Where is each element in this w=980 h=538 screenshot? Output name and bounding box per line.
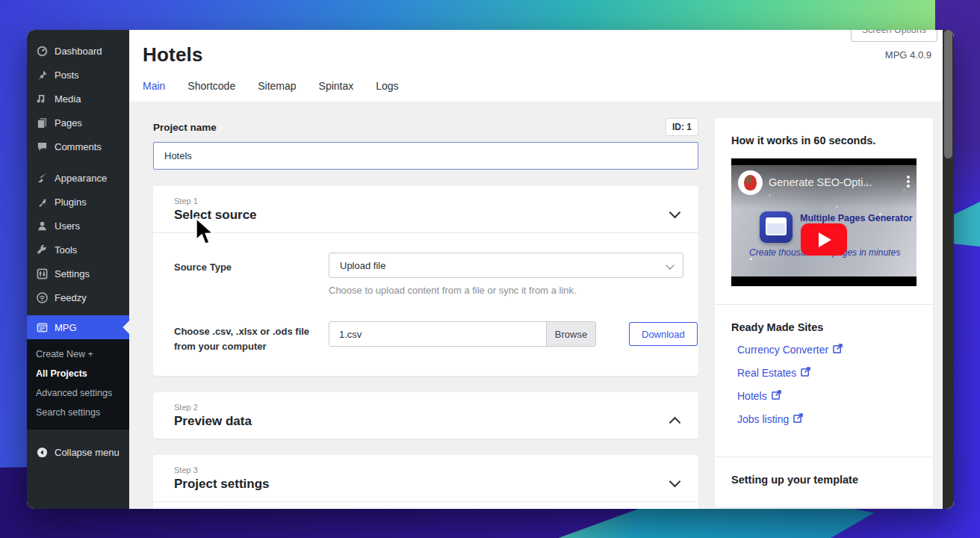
step1-card: Step 1 Select source Source Type Upload … xyxy=(153,186,698,376)
download-button[interactable]: Download xyxy=(629,322,698,346)
chevron-down-icon xyxy=(667,262,674,269)
sidebar-item-comments[interactable]: Comments xyxy=(27,134,129,158)
link-label: Real Estates xyxy=(737,367,796,379)
chevron-up-icon xyxy=(671,415,679,423)
channel-avatar xyxy=(738,170,763,195)
project-id-badge: ID: 1 xyxy=(666,118,698,136)
sidebar-item-tools[interactable]: Tools xyxy=(27,238,129,262)
sidebar-item-media[interactable]: Media xyxy=(27,87,129,111)
sidebar-item-appearance[interactable]: Appearance xyxy=(27,166,129,190)
plugin-version: MPG 4.0.9 xyxy=(885,49,931,61)
plugin-icon xyxy=(36,196,48,208)
file-name-input[interactable] xyxy=(329,322,546,346)
sidebar-item-label: Comments xyxy=(55,141,102,152)
ready-made-sites-heading: Ready Made Sites xyxy=(731,321,917,333)
tab-spintax[interactable]: Spintax xyxy=(319,80,354,92)
feedzy-icon xyxy=(36,291,48,303)
link-currency-converter[interactable]: Currency Converter xyxy=(731,344,917,356)
external-link-icon xyxy=(772,390,781,402)
browser-window: Dashboard Posts Media Pages Comments App… xyxy=(27,30,954,509)
step1-title: Select source xyxy=(174,208,679,223)
sidebar-item-label: Users xyxy=(55,220,80,232)
page-scrollbar[interactable] xyxy=(943,30,954,509)
appearance-icon xyxy=(36,172,48,184)
youtube-play-button[interactable] xyxy=(801,223,847,256)
link-jobs-listing[interactable]: Jobs listing xyxy=(731,413,917,425)
sidebar-item-label: Settings xyxy=(55,268,90,279)
sidebar-item-label: Plugins xyxy=(55,197,87,208)
dashboard-icon xyxy=(36,45,48,57)
wp-admin-sidebar: Dashboard Posts Media Pages Comments App… xyxy=(27,30,129,509)
sidebar-item-label: Posts xyxy=(55,69,79,81)
submenu-search-settings[interactable]: Search settings xyxy=(27,403,129,422)
mpg-app-icon xyxy=(760,211,793,243)
step2-card: Step 2 Preview data xyxy=(153,392,698,439)
sidebar-item-plugins[interactable]: Plugins xyxy=(27,190,129,214)
tab-sitemap[interactable]: Sitemap xyxy=(258,80,296,92)
step1-header[interactable]: Step 1 Select source xyxy=(153,186,698,232)
step3-card: Step 3 Project settings xyxy=(153,455,698,509)
screen-options-button[interactable]: Screen Options xyxy=(851,30,937,42)
sidebar-item-settings[interactable]: Settings xyxy=(27,262,129,285)
template-setup-heading: Setting up your template xyxy=(731,474,917,486)
how-it-works-video[interactable]: Multiple Pages Generator Create thousand… xyxy=(731,158,917,286)
sidebar-item-dashboard[interactable]: Dashboard xyxy=(27,39,129,63)
collapse-arrow-icon xyxy=(36,446,48,458)
scrollbar-thumb[interactable] xyxy=(944,30,952,158)
sidebar-item-label: Media xyxy=(55,93,81,105)
video-title: Generate SEO-Opti... xyxy=(769,176,872,188)
kebab-menu-icon[interactable] xyxy=(907,176,910,179)
source-type-help: Choose to upload content from a file or … xyxy=(329,285,683,296)
video-thumbnail: Multiple Pages Generator Create thousand… xyxy=(731,165,917,276)
source-type-label: Source Type xyxy=(174,253,329,296)
step3-header[interactable]: Step 3 Project settings xyxy=(153,455,698,501)
step1-eyebrow: Step 1 xyxy=(174,197,679,205)
users-icon xyxy=(36,220,48,232)
external-link-icon xyxy=(801,367,810,379)
browse-button[interactable]: Browse xyxy=(546,322,595,346)
sidebar-item-pages[interactable]: Pages xyxy=(27,111,129,134)
video-heading: How it works in 60 seconds. xyxy=(731,134,917,146)
sidebar-item-label: Pages xyxy=(55,117,82,129)
video-brand-text: Multiple Pages Generator xyxy=(800,213,913,223)
sidebar-item-posts[interactable]: Posts xyxy=(27,63,129,87)
tab-shortcode[interactable]: Shortcode xyxy=(187,80,235,92)
sidebar-item-mpg[interactable]: MPG xyxy=(27,315,129,339)
tools-icon xyxy=(36,244,48,256)
source-type-value: Upload file xyxy=(340,260,385,271)
chevron-down-icon xyxy=(671,208,679,217)
comments-icon xyxy=(36,140,48,152)
main-column: Project name ID: 1 Step 1 Select source … xyxy=(153,118,698,509)
step3-title: Project settings xyxy=(174,477,679,492)
aside-column: How it works in 60 seconds. Multiple Pag… xyxy=(715,118,933,509)
sidebar-item-label: Feedzy xyxy=(55,292,87,303)
project-name-input[interactable] xyxy=(153,142,698,170)
link-real-estates[interactable]: Real Estates xyxy=(731,367,917,379)
step2-header[interactable]: Step 2 Preview data xyxy=(153,392,698,439)
sidebar-item-feedzy[interactable]: Feedzy xyxy=(27,285,129,309)
sidebar-item-label: MPG xyxy=(55,322,77,333)
collapse-menu-label: Collapse menu xyxy=(55,447,120,458)
media-icon xyxy=(36,93,48,105)
file-choose-label: Choose .csv, .xlsx or .ods file from you… xyxy=(174,321,329,353)
link-label: Hotels xyxy=(737,390,767,402)
sidebar-item-label: Dashboard xyxy=(55,46,102,57)
page-header: Hotels MPG 4.0.9 Main Shortcode Sitemap … xyxy=(129,30,954,102)
tab-logs[interactable]: Logs xyxy=(376,80,398,92)
chevron-down-icon xyxy=(671,477,679,486)
step3-eyebrow: Step 3 xyxy=(174,466,679,474)
external-link-icon xyxy=(833,344,843,356)
tab-bar: Main Shortcode Sitemap Spintax Logs xyxy=(143,80,931,102)
project-name-label: Project name xyxy=(153,122,217,133)
tab-main[interactable]: Main xyxy=(143,80,165,92)
submenu-advanced-settings[interactable]: Advanced settings xyxy=(27,383,129,403)
link-label: Currency Converter xyxy=(737,344,828,356)
source-type-select[interactable]: Upload file xyxy=(329,253,683,278)
settings-icon xyxy=(36,268,48,279)
sidebar-item-users[interactable]: Users xyxy=(27,214,129,238)
submenu-all-projects[interactable]: All Projects xyxy=(27,364,129,383)
link-hotels[interactable]: Hotels xyxy=(731,390,917,402)
collapse-menu-button[interactable]: Collapse menu xyxy=(27,440,129,464)
mpg-submenu: Create New + All Projects Advanced setti… xyxy=(27,339,129,430)
submenu-create-new[interactable]: Create New + xyxy=(27,344,129,364)
